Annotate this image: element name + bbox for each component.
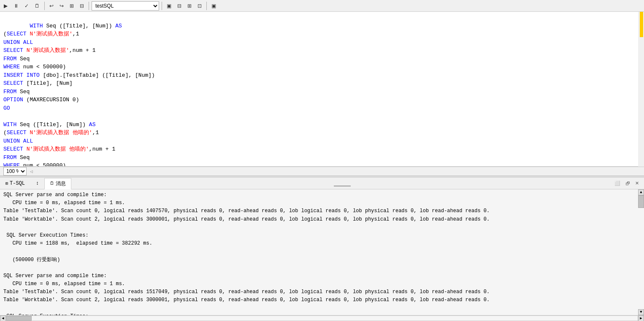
close-results-button[interactable]: ✕ xyxy=(633,180,641,187)
results-tab-icons: ⬜ 🗗 ✕ xyxy=(613,180,644,187)
save-button[interactable]: 🗒 xyxy=(32,2,42,10)
toolbar: ▶ ⏸ ✓ 🗒 ↩ ↪ ⊞ ⊟ testSQL ▣ ⊟ ⊞ ⊡ ▣ xyxy=(0,0,644,12)
check-button[interactable]: ✓ xyxy=(22,2,31,10)
scroll-left-arrow[interactable]: ◀ xyxy=(0,316,6,321)
editor-area[interactable]: WITH Seq ([Title], [Num]) AS (SELECT N'测… xyxy=(0,12,638,167)
database-selector[interactable]: testSQL xyxy=(92,1,159,11)
grid-view-button[interactable]: ⊞ xyxy=(68,2,76,10)
exec-button[interactable]: ▣ xyxy=(165,2,173,10)
sep4 xyxy=(206,2,207,10)
undo-button[interactable]: ↩ xyxy=(47,2,56,10)
bottom-scrollbar[interactable]: ◀ ▶ xyxy=(0,315,644,321)
table-button[interactable]: ⊟ xyxy=(175,2,184,10)
editor-content: WITH Seq ([Title], [Num]) AS (SELECT N'测… xyxy=(0,12,638,167)
horizontal-scroll-thumb[interactable] xyxy=(6,316,32,321)
horizontal-scroll-track[interactable] xyxy=(6,316,638,321)
sep3 xyxy=(162,2,162,10)
results-scrollbar[interactable]: ▲ ▼ xyxy=(638,189,644,315)
tab-messages[interactable]: 🗒 消息 xyxy=(44,178,71,189)
run-button[interactable]: ▶ xyxy=(2,2,10,10)
tab-grid[interactable]: ⊞ T-SQL xyxy=(0,178,30,189)
sep2 xyxy=(89,2,89,10)
pause-button[interactable]: ⏸ xyxy=(11,2,21,10)
display-button[interactable]: ⊡ xyxy=(195,2,204,10)
view-button[interactable]: ⊟ xyxy=(78,2,86,10)
editor-wrapper: WITH Seq ([Title], [Num]) AS (SELECT N'测… xyxy=(0,12,644,167)
scroll-up-arrow[interactable]: ▲ xyxy=(638,189,644,195)
yellow-indicator xyxy=(640,12,643,37)
monitor-button[interactable]: ▣ xyxy=(209,2,218,10)
sep1 xyxy=(44,2,45,10)
scroll-down-arrow[interactable]: ▼ xyxy=(638,309,644,315)
scroll-hint: ◁ xyxy=(30,169,33,174)
grid-icon: ⊞ xyxy=(5,181,8,186)
zoom-select[interactable]: 100 % xyxy=(3,167,27,175)
redo-button[interactable]: ↪ xyxy=(57,2,66,10)
tab-spacer xyxy=(71,180,613,186)
results-panel: ⊞ T-SQL ↕ 🗒 消息 ⬜ 🗗 ✕ SQL Server parse a xyxy=(0,178,644,321)
results-scroll-wrapper: SQL Server parse and compile time: CPU t… xyxy=(0,189,644,315)
tab-messages-label: 消息 xyxy=(56,180,66,187)
tab-sort[interactable]: ↕ xyxy=(30,178,44,189)
results-tabs: ⊞ T-SQL ↕ 🗒 消息 ⬜ 🗗 ✕ xyxy=(0,178,644,189)
sort-icon: ↕ xyxy=(36,181,39,186)
editor-scroll-indicator xyxy=(638,12,644,167)
main-area: WITH Seq ([Title], [Num]) AS (SELECT N'测… xyxy=(0,12,644,321)
scroll-right-arrow[interactable]: ▶ xyxy=(638,316,644,321)
results-content[interactable]: SQL Server parse and compile time: CPU t… xyxy=(0,189,638,315)
message-icon: 🗒 xyxy=(50,181,54,186)
tab-tsql-label: T-SQL xyxy=(10,181,25,186)
zoom-bar: 100 % ◁ xyxy=(0,167,644,176)
scroll-thumb[interactable] xyxy=(638,195,644,208)
scroll-track[interactable] xyxy=(638,195,644,309)
results-button[interactable]: ⊞ xyxy=(185,2,194,10)
maximize-button[interactable]: ⬜ xyxy=(613,180,622,187)
restore-button[interactable]: 🗗 xyxy=(624,180,632,187)
